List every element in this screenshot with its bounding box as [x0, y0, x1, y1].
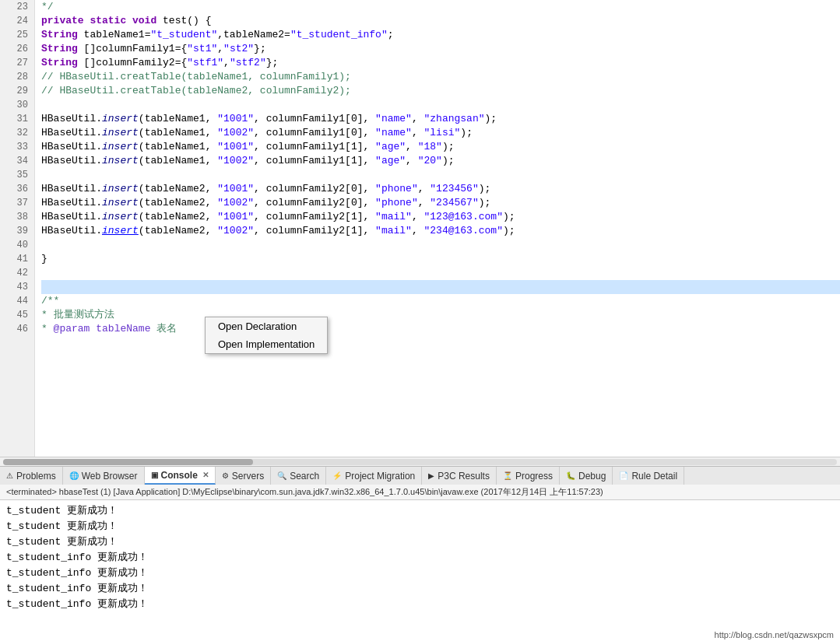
tab-rule-detail[interactable]: 📄Rule Detail: [613, 467, 684, 485]
code-line: [41, 98, 840, 112]
rule-detail-label: Rule Detail: [631, 471, 677, 482]
console-line: t_student_info 更新成功！: [6, 597, 834, 612]
scrollbar-track[interactable]: [3, 459, 837, 465]
code-line: HBaseUtil.insert(tableName1, "1002", col…: [41, 154, 840, 168]
code-line: HBaseUtil.insert(tableName1, "1002", col…: [41, 126, 840, 140]
line-number: 37: [3, 196, 28, 210]
code-line: [41, 238, 840, 252]
console-close[interactable]: ✕: [202, 471, 209, 479]
debug-label: Debug: [578, 471, 606, 482]
code-line: * 批量测试方法: [41, 308, 840, 322]
p3c-results-icon: ▶: [428, 471, 434, 480]
context-menu-item[interactable]: Open Implementation: [206, 335, 327, 353]
tab-project-migration[interactable]: ⚡Project Migration: [326, 467, 422, 485]
line-number: 36: [3, 182, 28, 196]
code-line: */: [41, 0, 840, 14]
console-line: t_student_info 更新成功！: [6, 550, 834, 566]
progress-icon: ⏳: [503, 471, 512, 480]
console-header: <terminated> hbaseTest (1) [Java Applica…: [0, 485, 840, 500]
servers-label: Servers: [232, 471, 264, 482]
editor-scrollbar[interactable]: [0, 457, 840, 466]
web-browser-icon: 🌐: [69, 471, 79, 480]
line-number: 45: [3, 308, 28, 322]
problems-icon: ⚠: [6, 471, 13, 480]
console-line: t_student 更新成功！: [6, 519, 834, 534]
console-label: Console: [161, 470, 198, 481]
line-number: 35: [3, 168, 28, 182]
line-number: 29: [3, 84, 28, 98]
tab-servers[interactable]: ⚙Servers: [216, 467, 271, 485]
line-number: 39: [3, 224, 28, 238]
code-line: private static void test() {: [41, 14, 840, 28]
tab-p3c-results[interactable]: ▶P3C Results: [422, 467, 497, 485]
code-line: HBaseUtil.insert(tableName2, "1001", col…: [41, 210, 840, 224]
line-number: 27: [3, 56, 28, 70]
tab-web-browser[interactable]: 🌐Web Browser: [63, 467, 145, 485]
code-line: String tableName1="t_student",tableName2…: [41, 28, 840, 42]
search-label: Search: [290, 471, 319, 482]
code-line: HBaseUtil.insert(tableName1, "1001", col…: [41, 112, 840, 126]
project-migration-icon: ⚡: [332, 471, 342, 480]
debug-icon: 🐛: [566, 471, 575, 480]
code-line: String []columnFamily1={"st1","st2"};: [41, 42, 840, 56]
code-editor: 2324252627282930313233343536373839404142…: [0, 0, 840, 457]
code-content[interactable]: */ private static void test() { String t…: [35, 0, 840, 457]
code-line: /**: [41, 294, 840, 308]
code-line: }: [41, 252, 840, 266]
code-line: HBaseUtil.insert(tableName2, "1002", col…: [41, 224, 840, 238]
line-number: 42: [3, 266, 28, 280]
console-icon: ▣: [151, 471, 158, 479]
line-number: 33: [3, 140, 28, 154]
code-line: HBaseUtil.insert(tableName2, "1001", col…: [41, 182, 840, 196]
line-numbers: 2324252627282930313233343536373839404142…: [0, 0, 35, 457]
context-menu: Open DeclarationOpen Implementation: [205, 317, 328, 354]
console-line: t_student_info 更新成功！: [6, 566, 834, 581]
scrollbar-thumb[interactable]: [3, 459, 253, 465]
line-number: 28: [3, 70, 28, 84]
code-line: // HBaseUtil.creatTable(tableName1, colu…: [41, 70, 840, 84]
tab-search[interactable]: 🔍Search: [271, 467, 326, 485]
line-number: 34: [3, 154, 28, 168]
p3c-results-label: P3C Results: [438, 471, 490, 482]
console-line: t_student_info 更新成功！: [6, 581, 834, 597]
tab-console[interactable]: ▣Console✕: [145, 467, 216, 485]
project-migration-label: Project Migration: [345, 471, 415, 482]
line-number: 40: [3, 238, 28, 252]
rule-detail-icon: 📄: [619, 471, 628, 480]
code-line: HBaseUtil.insert(tableName2, "1002", col…: [41, 196, 840, 210]
line-number: 32: [3, 126, 28, 140]
line-number: 43: [3, 280, 28, 294]
line-number: 30: [3, 98, 28, 112]
tab-problems[interactable]: ⚠Problems: [0, 467, 63, 485]
console-line: t_student 更新成功！: [6, 503, 834, 519]
line-number: 38: [3, 210, 28, 224]
line-number: 26: [3, 42, 28, 56]
web-browser-label: Web Browser: [82, 471, 138, 482]
code-line: [41, 168, 840, 182]
code-line: [41, 266, 840, 280]
line-number: 25: [3, 28, 28, 42]
line-number: 46: [3, 322, 28, 336]
code-line: * @param tableName 表名: [41, 322, 840, 336]
progress-label: Progress: [515, 471, 553, 482]
servers-icon: ⚙: [222, 471, 229, 480]
code-line: HBaseUtil.insert(tableName1, "1001", col…: [41, 140, 840, 154]
code-line: [41, 280, 840, 294]
tab-progress[interactable]: ⏳Progress: [497, 467, 560, 485]
line-number: 23: [3, 0, 28, 14]
line-number: 41: [3, 252, 28, 266]
code-line: String []columnFamily2={"stf1","stf2"};: [41, 56, 840, 70]
line-number: 24: [3, 14, 28, 28]
console-output: t_student 更新成功！t_student 更新成功！t_student …: [0, 500, 840, 629]
tab-debug[interactable]: 🐛Debug: [560, 467, 613, 485]
search-icon: 🔍: [277, 471, 286, 480]
console-area: <terminated> hbaseTest (1) [Java Applica…: [0, 485, 840, 641]
console-footer: http://blog.csdn.net/qazwsxpcm: [0, 629, 840, 641]
line-number: 31: [3, 112, 28, 126]
context-menu-item[interactable]: Open Declaration: [206, 317, 327, 335]
console-line: t_student 更新成功！: [6, 534, 834, 550]
problems-label: Problems: [16, 471, 56, 482]
code-line: // HBaseUtil.creatTable(tableName2, colu…: [41, 84, 840, 98]
line-number: 44: [3, 294, 28, 308]
bottom-tab-bar: ⚠Problems🌐Web Browser▣Console✕⚙Servers🔍S…: [0, 466, 840, 485]
